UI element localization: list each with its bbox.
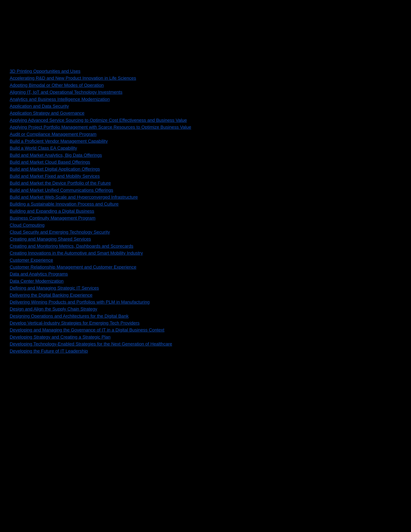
list-item-33[interactable]: Delivering the Digital Banking Experienc…: [10, 292, 401, 299]
list-item-41[interactable]: Developing the Future of IT Leadership: [10, 348, 401, 354]
list-item-38[interactable]: Developing and Managing the Governance o…: [10, 326, 401, 333]
list-item-9[interactable]: Applying Project Portfolio Management wi…: [10, 124, 401, 131]
list-item-27[interactable]: Creating Innovations in the Automotive a…: [10, 249, 401, 256]
list-item-17[interactable]: Build and Market the Device Portfolio of…: [10, 180, 401, 187]
list-item-23[interactable]: Cloud Computing: [10, 222, 401, 228]
list-item-21[interactable]: Building and Expanding a Digital Busines…: [10, 208, 401, 215]
list-item-18[interactable]: Build and Market Unified Communications …: [10, 187, 401, 194]
list-item-28[interactable]: Customer Experience: [10, 257, 401, 264]
list-item-25[interactable]: Creating and Managing Shared Services: [10, 236, 401, 242]
list-item-19[interactable]: Build and Market Web-Scale and Hyperconv…: [10, 194, 401, 200]
list-item-4[interactable]: Aligning IT, IoT and Operational Technol…: [10, 89, 401, 95]
list-item-39[interactable]: Developing Strategy and Creating a Strat…: [10, 333, 401, 341]
list-item-31[interactable]: Data Center Modernization: [10, 278, 401, 285]
list-item-7[interactable]: Application Strategy and Governance: [10, 110, 401, 116]
list-item-36[interactable]: Designing Operations and Architectures f…: [10, 313, 401, 320]
list-item-16[interactable]: Build and Market Fixed and Mobility Serv…: [10, 173, 401, 180]
list-item-34[interactable]: Delivering Winning Products and Portfoli…: [10, 299, 401, 305]
list-item-3[interactable]: Adopting Bimodal or Other Modes of Opera…: [10, 82, 401, 89]
list-item-11[interactable]: Build a Proficient Vendor Management Cap…: [10, 138, 401, 145]
list-item-35[interactable]: Design and Align the Supply Chain Strate…: [10, 305, 401, 313]
list-item-8[interactable]: Applying Advanced Service Sourcing to Op…: [10, 117, 401, 124]
list-item-2[interactable]: Accelerating R&D and New Product Innovat…: [10, 75, 401, 82]
link-list: 3D Printing Opportunities and UsesAccele…: [10, 68, 401, 354]
list-item-14[interactable]: Build and Market Cloud Based Offerings: [10, 159, 401, 166]
list-item-13[interactable]: Build and Market Analytics, Big Data Off…: [10, 152, 401, 159]
list-item-10[interactable]: Audit or Compliance Management Program: [10, 131, 401, 138]
list-item-29[interactable]: Customer Relationship Management and Cus…: [10, 264, 401, 271]
list-item-30[interactable]: Data and Analytics Programs: [10, 271, 401, 277]
list-item-40[interactable]: Developing Technology-Enabled Strategies…: [10, 341, 401, 347]
list-item-32[interactable]: Defining and Managing Strategic IT Servi…: [10, 285, 401, 292]
list-item-1[interactable]: 3D Printing Opportunities and Uses: [10, 68, 401, 75]
list-item-24[interactable]: Cloud Security and Emerging Technology S…: [10, 228, 401, 236]
list-item-26[interactable]: Creating and Monitoring Metrics, Dashboa…: [10, 243, 401, 249]
list-item-20[interactable]: Building a Sustainable Innovation Proces…: [10, 200, 401, 208]
list-item-37[interactable]: Develop Vertical-Industry Strategies for…: [10, 320, 401, 326]
list-item-12[interactable]: Build a World Class EA Capability: [10, 145, 401, 152]
list-item-6[interactable]: Application and Data Security: [10, 103, 401, 110]
list-item-22[interactable]: Business Continuity Management Program: [10, 215, 401, 221]
list-item-15[interactable]: Build and Market Digital Application Off…: [10, 166, 401, 172]
list-item-5[interactable]: Analytics and Business Intelligence Mode…: [10, 96, 401, 103]
